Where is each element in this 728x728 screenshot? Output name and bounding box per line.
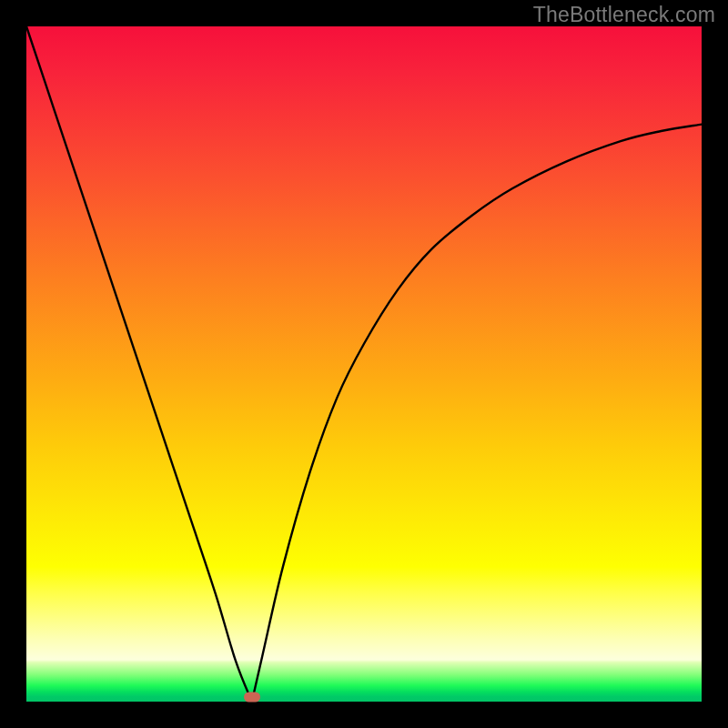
bottleneck-curve [26, 26, 702, 702]
optimum-marker [244, 692, 260, 702]
watermark-text: TheBottleneck.com [533, 3, 715, 27]
plot-area [26, 26, 702, 702]
curve-path [26, 26, 702, 708]
chart-frame: TheBottleneck.com [0, 0, 728, 728]
